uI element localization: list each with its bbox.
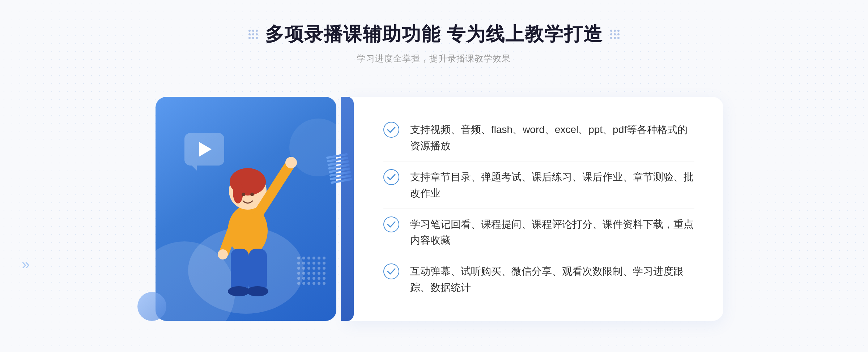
feature-divider-1: [383, 162, 694, 162]
feature-text-4: 互动弹幕、试听购买、微信分享、观看次数限制、学习进度跟踪、数据统计: [410, 263, 694, 296]
svg-point-8: [218, 249, 228, 259]
feature-text-2: 支持章节目录、弹题考试、课后练习、课后作业、章节测验、批改作业: [410, 169, 694, 202]
page-chevron-decoration: »: [22, 256, 30, 272]
header-section: 多项录播课辅助功能 专为线上教学打造 学习进度全掌握，提升录播课教学效果: [248, 22, 620, 64]
page-title: 多项录播课辅助功能 专为线上教学打造: [265, 22, 603, 47]
content-section: 支持视频、音频、flash、word、excel、ppt、pdf等各种格式的资源…: [145, 82, 723, 350]
feature-text-1: 支持视频、音频、flash、word、excel、ppt、pdf等各种格式的资源…: [410, 122, 694, 154]
feature-item-4: 互动弹幕、试听购买、微信分享、观看次数限制、学习进度跟踪、数据统计: [383, 257, 694, 302]
feature-item-3: 学习笔记回看、课程提问、课程评论打分、课件资料下载，重点内容收藏: [383, 210, 694, 256]
title-decoration-right: [610, 30, 620, 39]
illustration-card: [156, 97, 336, 321]
feature-item-1: 支持视频、音频、flash、word、excel、ppt、pdf等各种格式的资源…: [383, 115, 694, 161]
page-subtitle: 学习进度全掌握，提升录播课教学效果: [248, 53, 620, 64]
deco-circle-blue: [137, 292, 166, 321]
check-circle-4: [383, 263, 399, 279]
person-figure: [177, 119, 315, 321]
svg-point-14: [250, 193, 254, 196]
svg-point-11: [228, 286, 250, 296]
feature-divider-3: [383, 256, 694, 256]
feature-text-3: 学习笔记回看、课程提问、课程评论打分、课件资料下载，重点内容收藏: [410, 216, 694, 249]
illustration-area: [145, 82, 347, 350]
svg-point-15: [289, 158, 295, 164]
dot-grid-right: [610, 30, 620, 39]
svg-rect-9: [231, 249, 249, 292]
features-area: 支持视频、音频、flash、word、excel、ppt、pdf等各种格式的资源…: [347, 97, 723, 321]
feature-divider-2: [383, 209, 694, 209]
check-circle-3: [383, 216, 399, 232]
check-circle-1: [383, 122, 399, 138]
title-row: 多项录播课辅助功能 专为线上教学打造: [248, 22, 620, 47]
svg-point-4: [233, 182, 243, 203]
blue-stripe-connector: [341, 97, 354, 321]
dot-grid-left: [248, 30, 258, 39]
feature-item-2: 支持章节目录、弹题考试、课后练习、课后作业、章节测验、批改作业: [383, 163, 694, 208]
page-wrapper: 多项录播课辅助功能 专为线上教学打造 学习进度全掌握，提升录播课教学效果: [0, 0, 868, 352]
svg-point-12: [247, 286, 268, 296]
svg-rect-10: [249, 249, 267, 292]
svg-point-13: [242, 193, 245, 196]
check-circle-2: [383, 169, 399, 185]
title-decoration-left: [248, 30, 258, 39]
